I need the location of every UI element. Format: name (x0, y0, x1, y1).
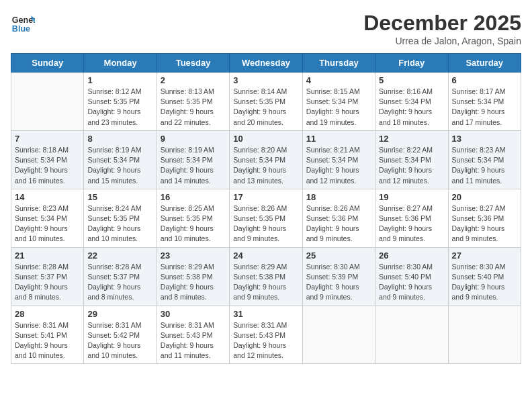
day-number: 14 (15, 192, 80, 202)
day-number: 8 (87, 134, 152, 144)
calendar-day-cell: 29Sunrise: 8:31 AM Sunset: 5:42 PM Dayli… (84, 306, 157, 364)
day-number: 30 (161, 309, 226, 319)
day-info: Sunrise: 8:26 AM Sunset: 5:35 PM Dayligh… (233, 203, 298, 244)
logo-icon: General Blue (11, 11, 35, 35)
day-number: 18 (306, 192, 371, 202)
day-info: Sunrise: 8:31 AM Sunset: 5:41 PM Dayligh… (15, 320, 80, 361)
calendar-day-cell: 11Sunrise: 8:21 AM Sunset: 5:34 PM Dayli… (302, 130, 375, 189)
day-number: 12 (379, 134, 444, 144)
calendar-day-cell: 20Sunrise: 8:27 AM Sunset: 5:36 PM Dayli… (448, 189, 521, 247)
day-info: Sunrise: 8:19 AM Sunset: 5:34 PM Dayligh… (161, 145, 226, 186)
day-info: Sunrise: 8:19 AM Sunset: 5:34 PM Dayligh… (87, 145, 152, 186)
day-info: Sunrise: 8:30 AM Sunset: 5:39 PM Dayligh… (306, 262, 371, 303)
day-info: Sunrise: 8:22 AM Sunset: 5:34 PM Dayligh… (379, 145, 444, 186)
weekday-header-cell: Saturday (448, 54, 521, 73)
calendar-day-cell: 15Sunrise: 8:24 AM Sunset: 5:35 PM Dayli… (84, 189, 157, 247)
calendar-week-row: 14Sunrise: 8:23 AM Sunset: 5:34 PM Dayli… (11, 189, 521, 247)
location-subtitle: Urrea de Jalon, Aragon, Spain (363, 36, 521, 46)
day-info: Sunrise: 8:31 AM Sunset: 5:43 PM Dayligh… (233, 320, 298, 361)
calendar-day-cell: 18Sunrise: 8:26 AM Sunset: 5:36 PM Dayli… (302, 189, 375, 247)
day-number: 23 (161, 250, 226, 261)
day-number: 28 (15, 309, 80, 319)
day-info: Sunrise: 8:18 AM Sunset: 5:34 PM Dayligh… (15, 145, 80, 186)
calendar-day-cell: 22Sunrise: 8:28 AM Sunset: 5:37 PM Dayli… (84, 247, 157, 306)
day-number: 31 (233, 309, 298, 319)
calendar-day-cell: 1Sunrise: 8:12 AM Sunset: 5:35 PM Daylig… (84, 73, 157, 131)
day-number: 29 (87, 309, 152, 319)
day-info: Sunrise: 8:26 AM Sunset: 5:36 PM Dayligh… (306, 203, 371, 244)
day-number: 15 (87, 192, 152, 202)
day-number: 4 (306, 75, 371, 85)
day-number: 9 (161, 134, 226, 144)
calendar-day-cell: 31Sunrise: 8:31 AM Sunset: 5:43 PM Dayli… (230, 306, 302, 364)
day-info: Sunrise: 8:15 AM Sunset: 5:34 PM Dayligh… (306, 87, 371, 128)
day-number: 7 (15, 134, 80, 144)
day-number: 20 (452, 192, 517, 202)
calendar-day-cell: 9Sunrise: 8:19 AM Sunset: 5:34 PM Daylig… (157, 130, 229, 189)
page-header: General Blue December 2025 Urrea de Jalo… (11, 11, 521, 46)
calendar-day-cell: 23Sunrise: 8:29 AM Sunset: 5:38 PM Dayli… (157, 247, 229, 306)
calendar-day-cell: 14Sunrise: 8:23 AM Sunset: 5:34 PM Dayli… (11, 189, 84, 247)
calendar-week-row: 21Sunrise: 8:28 AM Sunset: 5:37 PM Dayli… (11, 247, 521, 306)
calendar-day-cell: 2Sunrise: 8:13 AM Sunset: 5:35 PM Daylig… (157, 73, 229, 131)
day-number: 16 (161, 192, 226, 202)
weekday-header-cell: Tuesday (157, 54, 229, 73)
calendar-day-cell: 28Sunrise: 8:31 AM Sunset: 5:41 PM Dayli… (11, 306, 84, 364)
day-info: Sunrise: 8:29 AM Sunset: 5:38 PM Dayligh… (233, 262, 298, 303)
calendar-day-cell: 8Sunrise: 8:19 AM Sunset: 5:34 PM Daylig… (84, 130, 157, 189)
day-info: Sunrise: 8:25 AM Sunset: 5:35 PM Dayligh… (161, 203, 226, 244)
day-info: Sunrise: 8:23 AM Sunset: 5:34 PM Dayligh… (452, 145, 517, 186)
calendar-day-cell (448, 306, 521, 364)
calendar-day-cell (375, 306, 448, 364)
day-number: 2 (161, 75, 226, 85)
weekday-header-cell: Wednesday (230, 54, 302, 73)
day-number: 22 (87, 250, 152, 261)
day-info: Sunrise: 8:28 AM Sunset: 5:37 PM Dayligh… (15, 262, 80, 303)
calendar-week-row: 1Sunrise: 8:12 AM Sunset: 5:35 PM Daylig… (11, 73, 521, 131)
weekday-header-row: SundayMondayTuesdayWednesdayThursdayFrid… (11, 54, 521, 73)
month-year-title: December 2025 (363, 11, 521, 36)
day-info: Sunrise: 8:17 AM Sunset: 5:34 PM Dayligh… (452, 87, 517, 128)
calendar-week-row: 7Sunrise: 8:18 AM Sunset: 5:34 PM Daylig… (11, 130, 521, 189)
calendar-day-cell: 5Sunrise: 8:16 AM Sunset: 5:34 PM Daylig… (375, 73, 448, 131)
day-number: 13 (452, 134, 517, 144)
weekday-header-cell: Sunday (11, 54, 84, 73)
day-number: 3 (233, 75, 298, 85)
day-info: Sunrise: 8:31 AM Sunset: 5:42 PM Dayligh… (87, 320, 152, 361)
calendar-day-cell: 27Sunrise: 8:30 AM Sunset: 5:40 PM Dayli… (448, 247, 521, 306)
day-number: 26 (379, 250, 444, 261)
day-info: Sunrise: 8:16 AM Sunset: 5:34 PM Dayligh… (379, 87, 444, 128)
day-number: 27 (452, 250, 517, 261)
calendar-day-cell: 16Sunrise: 8:25 AM Sunset: 5:35 PM Dayli… (157, 189, 229, 247)
day-info: Sunrise: 8:12 AM Sunset: 5:35 PM Dayligh… (87, 87, 152, 128)
calendar-week-row: 28Sunrise: 8:31 AM Sunset: 5:41 PM Dayli… (11, 306, 521, 364)
day-info: Sunrise: 8:30 AM Sunset: 5:40 PM Dayligh… (452, 262, 517, 303)
day-number: 5 (379, 75, 444, 85)
calendar-day-cell: 19Sunrise: 8:27 AM Sunset: 5:36 PM Dayli… (375, 189, 448, 247)
svg-text:Blue: Blue (12, 24, 30, 34)
day-info: Sunrise: 8:31 AM Sunset: 5:43 PM Dayligh… (161, 320, 226, 361)
calendar-day-cell: 12Sunrise: 8:22 AM Sunset: 5:34 PM Dayli… (375, 130, 448, 189)
calendar-day-cell: 17Sunrise: 8:26 AM Sunset: 5:35 PM Dayli… (230, 189, 302, 247)
day-info: Sunrise: 8:23 AM Sunset: 5:34 PM Dayligh… (15, 203, 80, 244)
day-number: 25 (306, 250, 371, 261)
calendar-day-cell: 10Sunrise: 8:20 AM Sunset: 5:34 PM Dayli… (230, 130, 302, 189)
calendar-day-cell: 30Sunrise: 8:31 AM Sunset: 5:43 PM Dayli… (157, 306, 229, 364)
day-info: Sunrise: 8:13 AM Sunset: 5:35 PM Dayligh… (161, 87, 226, 128)
day-number: 19 (379, 192, 444, 202)
calendar-day-cell: 26Sunrise: 8:30 AM Sunset: 5:40 PM Dayli… (375, 247, 448, 306)
day-number: 11 (306, 134, 371, 144)
calendar-day-cell: 3Sunrise: 8:14 AM Sunset: 5:35 PM Daylig… (230, 73, 302, 131)
logo: General Blue (11, 11, 35, 35)
weekday-header-cell: Monday (84, 54, 157, 73)
day-info: Sunrise: 8:27 AM Sunset: 5:36 PM Dayligh… (452, 203, 517, 244)
day-info: Sunrise: 8:21 AM Sunset: 5:34 PM Dayligh… (306, 145, 371, 186)
weekday-header-cell: Thursday (302, 54, 375, 73)
calendar-day-cell: 24Sunrise: 8:29 AM Sunset: 5:38 PM Dayli… (230, 247, 302, 306)
title-block: December 2025 Urrea de Jalon, Aragon, Sp… (363, 11, 521, 46)
calendar-day-cell: 21Sunrise: 8:28 AM Sunset: 5:37 PM Dayli… (11, 247, 84, 306)
day-info: Sunrise: 8:27 AM Sunset: 5:36 PM Dayligh… (379, 203, 444, 244)
day-info: Sunrise: 8:28 AM Sunset: 5:37 PM Dayligh… (87, 262, 152, 303)
day-number: 6 (452, 75, 517, 85)
calendar-body: 1Sunrise: 8:12 AM Sunset: 5:35 PM Daylig… (11, 73, 521, 364)
